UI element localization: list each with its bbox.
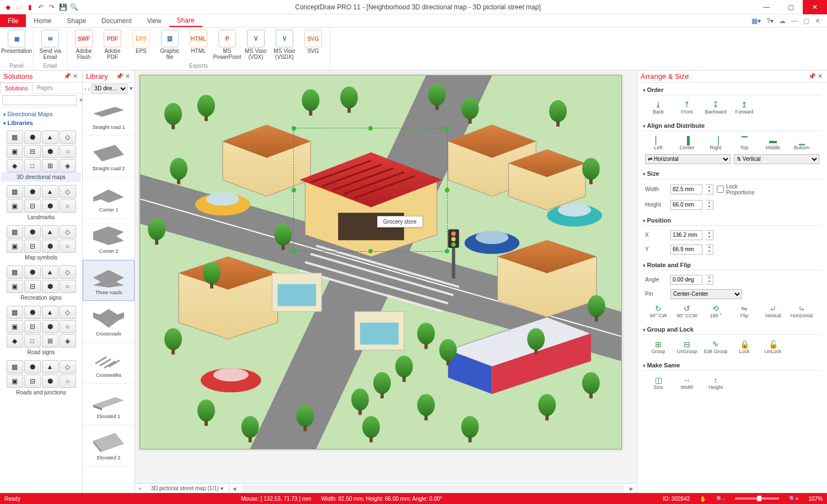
- minimize-button[interactable]: —: [754, 0, 778, 14]
- open-icon[interactable]: ▮: [25, 3, 34, 12]
- stencil-icon[interactable]: ⬢: [42, 145, 58, 158]
- document-tab[interactable]: 3D pictorial street map (1/1) ▾: [145, 484, 229, 493]
- drawing-canvas[interactable]: Grocery store: [139, 75, 622, 449]
- y-input[interactable]: [670, 245, 702, 254]
- stencil-icon[interactable]: ▣: [7, 375, 23, 388]
- library-item[interactable]: Elevated 2: [83, 425, 135, 467]
- spinner[interactable]: ▲▼: [706, 185, 713, 194]
- ribbon-button[interactable]: ✉Send via Email: [36, 29, 65, 62]
- spinner[interactable]: ▲▼: [706, 245, 713, 254]
- angle-input[interactable]: [670, 275, 702, 285]
- arrange-button[interactable]: ▬Middle: [760, 134, 786, 152]
- ribbon-button[interactable]: EPSEPS: [127, 29, 155, 62]
- pin-icon[interactable]: 📌: [63, 73, 71, 80]
- library-item[interactable]: Corner 1: [83, 177, 135, 219]
- stencil-icon[interactable]: ▣: [7, 280, 23, 293]
- ribbon-button[interactable]: HTMLHTML: [184, 29, 213, 62]
- h-scrollbar[interactable]: [242, 485, 625, 492]
- stencil-icon[interactable]: ⊟: [24, 199, 41, 213]
- ribbon-button[interactable]: 🖼Graphic file: [155, 29, 184, 62]
- stencil-icon[interactable]: ⬢: [42, 320, 58, 333]
- arrange-button[interactable]: ⊞Group: [645, 338, 672, 356]
- stencil-icon[interactable]: ▦: [7, 360, 23, 373]
- selection-box[interactable]: [293, 128, 448, 252]
- stencil-icon[interactable]: □: [24, 334, 41, 348]
- add-page-icon[interactable]: +: [135, 485, 145, 492]
- close-button[interactable]: ✕: [803, 0, 827, 14]
- pan-icon[interactable]: ✋: [700, 496, 706, 502]
- stencil-icon[interactable]: ○: [60, 240, 76, 253]
- close-icon[interactable]: ✕: [123, 73, 131, 80]
- library-item[interactable]: Elevated 1: [83, 384, 135, 425]
- library-item[interactable]: Crosswalks: [83, 343, 135, 384]
- stencil-icon[interactable]: ▦: [7, 131, 23, 144]
- spinner[interactable]: ▲▼: [706, 200, 713, 210]
- solution-group[interactable]: ▦⬣▲◇▣⊟⬢○Roads and junctions: [1, 360, 81, 397]
- subtab-pages[interactable]: Pages: [33, 83, 57, 93]
- new-icon[interactable]: ▭: [14, 3, 23, 12]
- tab-shape[interactable]: Shape: [59, 14, 94, 27]
- spinner[interactable]: ▲▼: [706, 230, 713, 240]
- stencil-icon[interactable]: ⬢: [42, 199, 58, 213]
- stencil-icon[interactable]: ▦: [7, 185, 23, 198]
- canvas-viewport[interactable]: Grocery store: [135, 71, 637, 483]
- library-item[interactable]: Three roads: [83, 260, 135, 301]
- arrange-button[interactable]: ▐Center: [674, 134, 700, 152]
- stencil-icon[interactable]: ⊟: [24, 320, 41, 333]
- stencil-icon[interactable]: ⬣: [24, 265, 41, 279]
- ribbon-button[interactable]: SVGSVG: [299, 29, 327, 62]
- cloud-icon[interactable]: ☁: [779, 17, 786, 25]
- stencil-icon[interactable]: ⬣: [24, 360, 41, 373]
- stencil-icon[interactable]: ⬢: [42, 240, 58, 253]
- arrange-button[interactable]: ◫Size: [645, 374, 672, 392]
- stencil-icon[interactable]: ▲: [42, 265, 58, 279]
- library-list[interactable]: Straight road 1Straight road 2Corner 1Co…: [83, 95, 135, 493]
- stencil-icon[interactable]: ⊟: [24, 280, 41, 293]
- stencil-icon[interactable]: ⬢: [42, 375, 58, 388]
- stencil-icon[interactable]: ◇: [60, 265, 76, 279]
- stencil-icon[interactable]: ◈: [60, 159, 76, 172]
- arrange-button[interactable]: ▁Bottom: [788, 134, 815, 152]
- arrange-button[interactable]: ↧Backward: [702, 99, 729, 116]
- arrange-button[interactable]: ↺90° CCW: [674, 302, 700, 320]
- solutions-list[interactable]: ▦⬣▲◇▣⊟⬢○◆□⊞◈3D directional maps▦⬣▲◇▣⊟⬢○L…: [0, 129, 82, 493]
- arrange-button[interactable]: ↥Forward: [731, 99, 758, 116]
- tab-home[interactable]: Home: [26, 14, 59, 27]
- height-input[interactable]: [670, 200, 702, 210]
- next-icon[interactable]: ›: [88, 85, 90, 92]
- tab-document[interactable]: Document: [94, 14, 139, 27]
- close-icon[interactable]: ✕: [816, 73, 824, 80]
- stencil-icon[interactable]: ○: [60, 199, 76, 213]
- zoom-slider[interactable]: [735, 497, 779, 500]
- arrange-button[interactable]: ▔Top: [731, 134, 758, 152]
- stencil-icon[interactable]: ⬣: [24, 185, 41, 198]
- doc-min-icon[interactable]: —: [791, 17, 798, 25]
- pin-icon[interactable]: 📌: [116, 73, 123, 80]
- stencil-icon[interactable]: ○: [60, 280, 76, 293]
- stencil-icon[interactable]: ▣: [7, 145, 23, 158]
- ribbon-button[interactable]: VMS Visio (VDX): [241, 29, 270, 62]
- width-input[interactable]: [670, 185, 702, 194]
- prev-icon[interactable]: ‹: [84, 85, 87, 92]
- stencil-icon[interactable]: ⬣: [24, 131, 41, 144]
- stencil-icon[interactable]: ◇: [60, 360, 76, 373]
- stencil-icon[interactable]: ◈: [60, 334, 76, 348]
- ribbon-button[interactable]: VMS Visio (VSDX): [270, 29, 299, 62]
- library-item[interactable]: Corner 2: [83, 219, 135, 260]
- pin-select[interactable]: Center-Center: [670, 289, 742, 299]
- tree-node[interactable]: Libraries: [3, 118, 79, 127]
- search-input[interactable]: [2, 95, 77, 105]
- redo-icon[interactable]: ↷: [47, 3, 56, 12]
- stencil-icon[interactable]: ◆: [7, 159, 23, 172]
- arrange-button[interactable]: ⤿Horizontal: [788, 302, 815, 320]
- stencil-icon[interactable]: ⬢: [42, 280, 58, 293]
- library-item[interactable]: Crossroads: [83, 301, 135, 343]
- close-icon[interactable]: ✕: [71, 73, 79, 80]
- stencil-icon[interactable]: ◇: [60, 131, 76, 144]
- stencil-icon[interactable]: ◇: [60, 306, 76, 319]
- stencil-icon[interactable]: ▲: [42, 225, 58, 239]
- solution-group[interactable]: ▦⬣▲◇▣⊟⬢○◆□⊞◈3D directional maps: [1, 131, 81, 182]
- spinner[interactable]: ▲▼: [706, 275, 713, 285]
- zoom-in-icon[interactable]: 🔍+: [789, 496, 799, 502]
- zoom-out-icon[interactable]: 🔍-: [716, 496, 724, 502]
